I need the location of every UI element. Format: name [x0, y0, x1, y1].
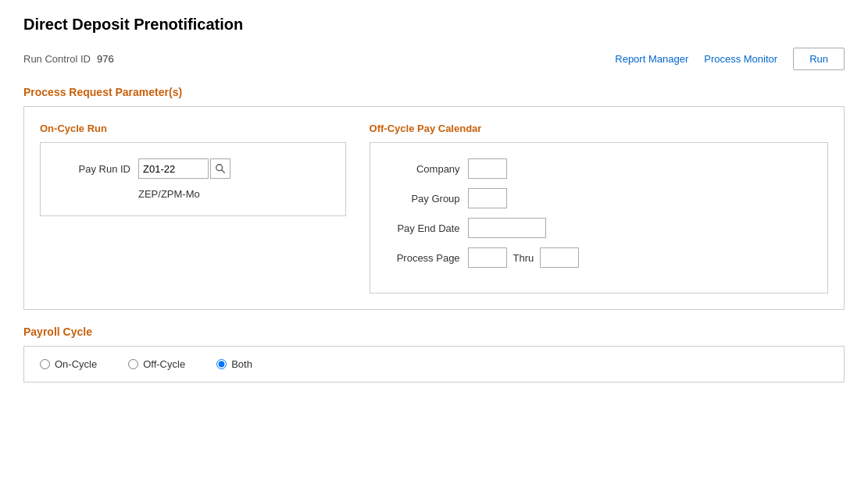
company-row: Company	[382, 158, 816, 179]
top-links: Report Manager Process Monitor	[615, 53, 777, 65]
run-control-label: Run Control ID	[23, 53, 91, 65]
pay-group-row: Pay Group	[382, 188, 816, 208]
payroll-cycle-section: Payroll Cycle On-Cycle Off-Cycle Both	[23, 326, 845, 382]
top-bar: Run Control ID 976 Report Manager Proces…	[23, 48, 845, 70]
process-page-from-input[interactable]	[468, 247, 507, 268]
pay-run-id-input-group	[138, 158, 230, 179]
on-cycle-title: On-Cycle Run	[40, 123, 346, 134]
on-cycle-inner-box: Pay Run ID ZEP	[40, 142, 346, 216]
both-radio[interactable]	[216, 359, 227, 369]
pay-end-date-label: Pay End Date	[382, 222, 460, 234]
process-request-outer-box: On-Cycle Run Pay Run ID	[23, 106, 845, 310]
off-cycle-label: Off-Cycle	[143, 358, 185, 370]
process-page-label: Process Page	[382, 252, 460, 264]
payroll-cycle-title: Payroll Cycle	[23, 326, 845, 338]
pay-end-date-row: Pay End Date	[382, 218, 816, 238]
thru-label: Thru	[513, 252, 534, 264]
on-cycle-option[interactable]: On-Cycle	[40, 358, 97, 370]
both-option[interactable]: Both	[216, 358, 252, 370]
process-page-to-input[interactable]	[540, 247, 579, 268]
two-col-layout: On-Cycle Run Pay Run ID	[40, 123, 828, 294]
pay-run-id-label: Pay Run ID	[52, 163, 130, 175]
page-container: Direct Deposit Prenotification Run Contr…	[0, 0, 868, 406]
page-title: Direct Deposit Prenotification	[23, 16, 845, 34]
report-manager-link[interactable]: Report Manager	[615, 53, 688, 65]
run-control-value: 976	[97, 53, 114, 65]
pay-run-helper-text: ZEP/ZPM-Mo	[138, 188, 334, 200]
search-icon	[215, 163, 226, 174]
on-cycle-section: On-Cycle Run Pay Run ID	[40, 123, 346, 294]
process-request-title: Process Request Parameter(s)	[23, 86, 845, 98]
pay-run-id-search-button[interactable]	[210, 158, 230, 179]
off-cycle-option[interactable]: Off-Cycle	[128, 358, 185, 370]
pay-group-input[interactable]	[468, 188, 507, 208]
on-cycle-radio[interactable]	[40, 359, 50, 369]
off-cycle-radio[interactable]	[128, 359, 138, 369]
process-request-section: Process Request Parameter(s) On-Cycle Ru…	[23, 86, 845, 310]
pay-run-id-row: Pay Run ID	[52, 158, 334, 179]
pay-run-id-input[interactable]	[138, 158, 209, 179]
off-cycle-section: Off-Cycle Pay Calendar Company Pay Group	[370, 123, 828, 294]
process-page-row: Process Page Thru	[382, 247, 816, 268]
payroll-cycle-box: On-Cycle Off-Cycle Both	[23, 346, 845, 382]
svg-line-1	[222, 170, 225, 173]
process-monitor-link[interactable]: Process Monitor	[704, 53, 777, 65]
pay-group-label: Pay Group	[382, 193, 460, 205]
off-cycle-inner-box: Company Pay Group Pay End Date	[370, 142, 828, 294]
off-cycle-title: Off-Cycle Pay Calendar	[370, 123, 828, 134]
company-input[interactable]	[468, 158, 507, 179]
run-button[interactable]: Run	[793, 48, 845, 70]
process-page-inputs: Thru	[468, 247, 580, 268]
pay-end-date-input[interactable]	[468, 218, 546, 238]
on-cycle-label: On-Cycle	[55, 358, 97, 370]
company-label: Company	[382, 163, 460, 175]
both-label: Both	[231, 358, 252, 370]
